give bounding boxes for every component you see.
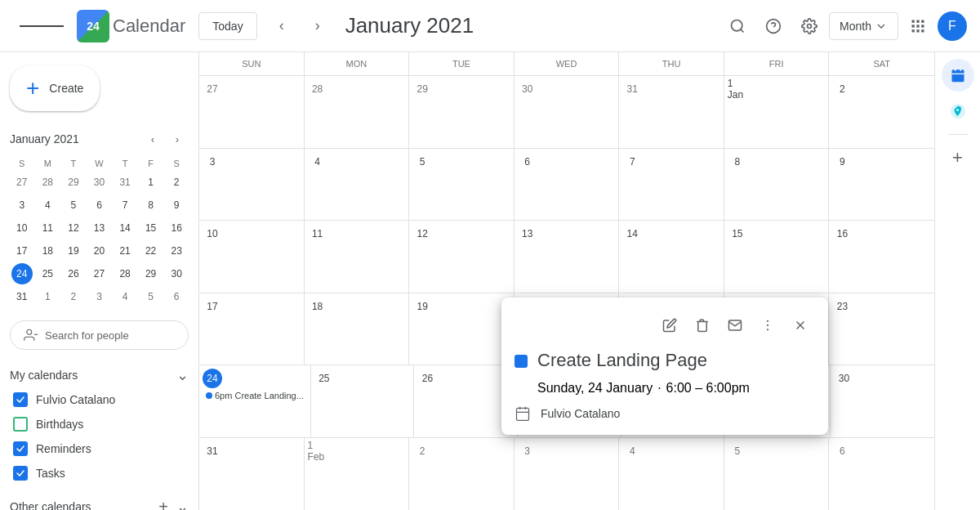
hamburger-menu-icon[interactable] [13,16,70,36]
calendar-cell[interactable]: 1 Feb [305,438,410,511]
email-event-button[interactable] [720,311,750,340]
calendar-checkbox-reminders[interactable] [13,441,28,456]
calendar-event[interactable]: 6pm Create Landing... [203,390,307,401]
search-button[interactable] [721,10,754,42]
mini-cal-day[interactable]: 2 [63,286,84,307]
avatar[interactable]: F [938,11,967,41]
mini-cal-day[interactable]: 10 [11,217,33,239]
mini-cal-day[interactable]: 31 [114,172,136,193]
calendar-cell[interactable]: 30 [514,76,620,148]
calendar-cell[interactable]: 5 [409,149,514,221]
mini-cal-day[interactable]: 14 [114,217,136,239]
mini-cal-day[interactable]: 11 [37,217,58,239]
mini-cal-next-button[interactable]: › [166,128,189,150]
mini-cal-day[interactable]: 17 [11,240,33,262]
right-add-button[interactable]: + [942,141,974,174]
calendar-cell[interactable]: 18 [305,293,410,365]
mini-cal-day[interactable]: 9 [166,195,187,216]
mini-cal-day[interactable]: 21 [114,240,136,262]
calendar-checkbox-birthdays[interactable] [13,417,28,432]
mini-cal-day[interactable]: 30 [166,263,187,284]
delete-event-button[interactable] [688,311,717,340]
calendar-checkbox-fulvio[interactable] [13,392,28,407]
view-selector[interactable]: Month [829,12,898,40]
mini-cal-day[interactable]: 23 [166,240,187,262]
calendar-cell[interactable]: 17 [199,293,305,365]
calendar-cell[interactable]: 7 [619,149,724,221]
mini-cal-today[interactable]: 24 [11,263,33,284]
mini-cal-day[interactable]: 27 [11,172,33,193]
calendar-cell[interactable]: 27 [199,76,305,148]
help-button[interactable] [757,10,790,42]
add-calendar-button[interactable]: + [152,495,175,510]
mini-cal-day[interactable]: 8 [140,195,162,216]
mini-cal-day[interactable]: 25 [37,263,58,284]
calendar-cell[interactable]: 4 [619,438,724,511]
calendar-cell[interactable]: 10 [199,221,305,293]
mini-cal-day[interactable]: 1 [37,286,58,307]
calendar-cell[interactable]: 6 [514,149,620,221]
mini-cal-day[interactable]: 29 [140,263,162,284]
calendar-cell[interactable]: 12 [409,221,514,293]
mini-cal-day[interactable]: 19 [63,240,84,262]
calendar-cell[interactable]: 6 [829,438,934,511]
mini-cal-day[interactable]: 20 [88,240,109,262]
mini-cal-day[interactable]: 3 [88,286,109,307]
calendar-cell[interactable]: 30 [831,365,934,437]
mini-cal-prev-button[interactable]: ‹ [141,128,164,150]
mini-cal-day[interactable]: 30 [88,172,109,193]
calendar-cell-today[interactable]: 24 6pm Create Landing... [199,365,311,437]
mini-cal-title[interactable]: January 2021 [10,132,79,145]
calendar-cell[interactable]: 16 [829,221,934,293]
calendar-cell[interactable]: 2 [829,76,934,148]
calendar-cell[interactable]: 14 [619,221,724,293]
search-people-input[interactable]: Search for people [10,320,189,350]
edit-event-button[interactable] [655,311,684,340]
mini-cal-day[interactable]: 31 [11,286,33,307]
mini-cal-day[interactable]: 28 [37,172,58,193]
calendar-cell[interactable]: 11 [305,221,410,293]
calendar-cell[interactable]: 15 [724,221,830,293]
calendar-cell[interactable]: 19 [409,293,514,365]
mini-cal-day[interactable]: 4 [114,286,136,307]
calendar-cell[interactable]: 13 [514,221,620,293]
mini-cal-day[interactable]: 3 [11,195,33,216]
calendar-item-birthdays[interactable]: Birthdays [10,412,189,436]
apps-button[interactable] [902,10,934,42]
calendar-item-fulvio[interactable]: Fulvio Catalano [10,387,189,412]
calendar-cell[interactable]: 8 [724,149,830,221]
calendar-cell[interactable]: 4 [305,149,410,221]
mini-cal-day[interactable]: 28 [114,263,136,284]
calendar-cell[interactable]: 3 [514,438,620,511]
right-meet-icon[interactable] [942,95,974,128]
calendar-cell[interactable]: 31 [199,438,305,511]
close-popup-button[interactable] [786,311,815,340]
mini-cal-day[interactable]: 22 [140,240,162,262]
calendar-cell[interactable]: 25 [311,365,415,437]
calendar-item-reminders[interactable]: Reminders [10,436,189,461]
mini-cal-day[interactable]: 7 [114,195,136,216]
mini-cal-day[interactable]: 1 [140,172,162,193]
mini-cal-day[interactable]: 27 [88,263,109,284]
next-month-button[interactable]: › [303,11,332,41]
mini-cal-day[interactable]: 26 [63,263,84,284]
mini-cal-day[interactable]: 12 [63,217,84,239]
mini-cal-day[interactable]: 15 [140,217,162,239]
mini-cal-day[interactable]: 6 [166,286,187,307]
mini-cal-day[interactable]: 29 [63,172,84,193]
mini-cal-day[interactable]: 13 [88,217,109,239]
calendar-cell[interactable]: 28 [305,76,410,148]
my-calendars-header[interactable]: My calendars ⌄ [10,363,189,387]
settings-button[interactable] [793,10,826,42]
calendar-cell[interactable]: 31 [619,76,724,148]
calendar-cell[interactable]: 9 [829,149,934,221]
mini-cal-day[interactable]: 4 [37,195,58,216]
calendar-cell[interactable]: 29 [409,76,514,148]
mini-cal-day[interactable]: 6 [88,195,109,216]
mini-cal-day[interactable]: 5 [63,195,84,216]
calendar-item-tasks[interactable]: Tasks [10,461,189,485]
today-button[interactable]: Today [198,12,256,40]
calendar-cell[interactable]: 2 [409,438,514,511]
calendar-cell[interactable]: 23 [829,293,934,365]
prev-month-button[interactable]: ‹ [267,11,296,41]
